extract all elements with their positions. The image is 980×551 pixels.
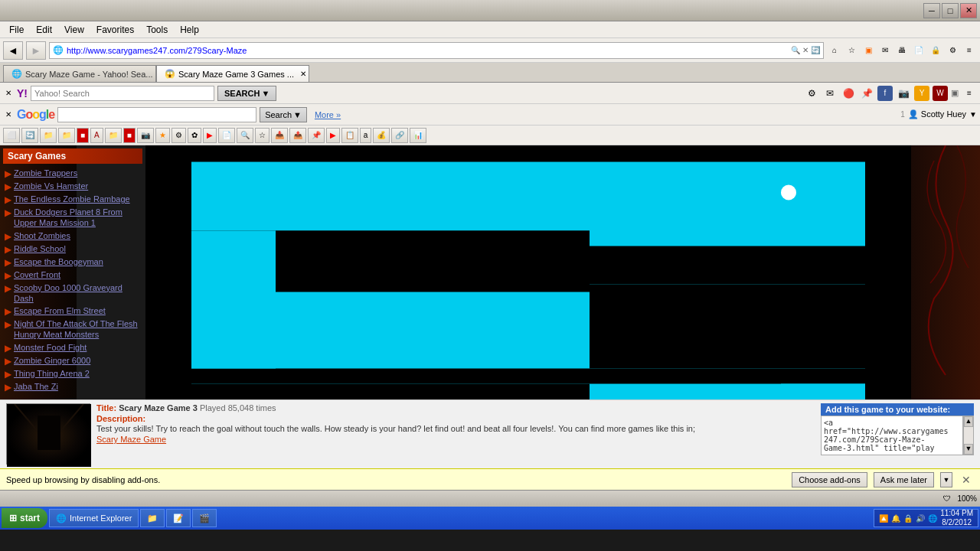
sidebar-link[interactable]: Duck Dodgers Planet 8 From Upper Mars Mi… xyxy=(14,207,141,229)
sidebar-item[interactable]: ▶ Night Of The Attack Of The Flesh Hungr… xyxy=(3,318,142,341)
sidebar-item[interactable]: ▶ Zombie Trappers xyxy=(3,167,142,180)
sidebar-link[interactable]: Zombie Vs Hamster xyxy=(14,181,88,191)
bookmark-21[interactable]: 📋 xyxy=(341,128,358,143)
tab-close-2[interactable]: ✕ xyxy=(300,70,306,78)
website-code-text[interactable]: <ahref="http://www.scarygames247.com/279… xyxy=(821,416,963,455)
sidebar-item[interactable]: ▶ Shoot Zombies xyxy=(3,230,142,243)
minimize-button[interactable]: ─ xyxy=(923,3,940,18)
settings-icon[interactable]: ≡ xyxy=(962,43,977,58)
yahoo-search-input[interactable] xyxy=(31,86,214,101)
google-user-dropdown-icon[interactable]: ▼ xyxy=(969,110,977,119)
game-link[interactable]: Scary Maze Game xyxy=(96,435,166,444)
sidebar-link[interactable]: Jaba The Zi xyxy=(14,381,58,392)
taskbar-btn-explorer[interactable]: 📁 xyxy=(140,509,165,527)
taskbar-btn-media[interactable]: 🎬 xyxy=(192,509,217,527)
mail-icon[interactable]: ✉ xyxy=(877,43,893,58)
sidebar-link[interactable]: Monster Food Fight xyxy=(14,342,87,353)
bookmark-12[interactable]: ✿ xyxy=(188,128,201,143)
menu-edit[interactable]: Edit xyxy=(30,23,58,37)
yahoo-toolbar-icon-4[interactable]: 📌 xyxy=(859,86,874,101)
sidebar-item[interactable]: ▶ Zombie Vs Hamster xyxy=(3,180,142,193)
start-button[interactable]: ⊞ start xyxy=(2,508,47,528)
menu-file[interactable]: File xyxy=(3,23,30,37)
choose-addons-button[interactable]: Choose add-ons xyxy=(792,472,867,487)
menu-view[interactable]: View xyxy=(58,23,90,37)
bookmark-22[interactable]: a xyxy=(360,128,372,143)
bookmark-4[interactable]: 📁 xyxy=(58,128,75,143)
page-icon[interactable]: 📄 xyxy=(911,43,926,58)
taskbar-btn-3[interactable]: 📝 xyxy=(166,509,191,527)
sidebar-item[interactable]: ▶ The Endless Zombie Rambage xyxy=(3,193,142,206)
bookmark-13[interactable]: ▶ xyxy=(203,128,217,143)
sidebar-item[interactable]: ▶ Jaba The Zi xyxy=(3,380,142,393)
sidebar-item[interactable]: ▶ Monster Food Fight xyxy=(3,341,142,354)
bookmark-11[interactable]: ⚙ xyxy=(172,128,186,143)
sidebar-item[interactable]: ▶ Scooby Doo 1000 Graveyard Dash xyxy=(3,282,142,305)
rss-icon[interactable]: ▣ xyxy=(861,43,876,58)
google-search-button[interactable]: Search ▼ xyxy=(260,107,307,122)
google-more-button[interactable]: More » xyxy=(310,107,345,122)
tab-2[interactable]: 😱 Scary Maze Game 3 Games ... ✕ xyxy=(156,65,309,82)
website-scrollbar[interactable]: ▲ ▼ xyxy=(963,416,974,455)
sidebar-link[interactable]: Thing Thing Arena 2 xyxy=(14,368,90,379)
yahoo-toolbar-icon-7[interactable]: W xyxy=(933,86,948,101)
sidebar-link[interactable]: Escape the Boogeyman xyxy=(14,256,103,267)
bookmark-16[interactable]: ☆ xyxy=(255,128,270,143)
print-icon[interactable]: 🖶 xyxy=(894,43,910,58)
bookmark-24[interactable]: 🔗 xyxy=(391,128,408,143)
bookmark-2[interactable]: 🔄 xyxy=(21,128,38,143)
maze-container[interactable]: Level 2 xyxy=(145,145,911,399)
tools-icon[interactable]: ⚙ xyxy=(945,43,960,58)
yahoo-search-button[interactable]: SEARCH ▼ xyxy=(217,86,276,101)
taskbar-btn-ie[interactable]: 🌐 Internet Explorer xyxy=(49,509,139,527)
forward-button[interactable]: ► xyxy=(26,41,46,60)
notification-dropdown-icon[interactable]: ▼ xyxy=(940,472,952,487)
sidebar-link[interactable]: Night Of The Attack Of The Flesh Hungry … xyxy=(14,318,141,341)
google-toolbar-close[interactable]: ✕ xyxy=(3,109,14,120)
bookmark-5[interactable]: ■ xyxy=(77,128,89,143)
menu-favorites[interactable]: Favorites xyxy=(90,23,140,37)
tab-1[interactable]: 🌐 Scary Maze Game - Yahoo! Sea... ✕ xyxy=(3,65,156,82)
yahoo-toolbar-icon-fb[interactable]: f xyxy=(877,86,893,101)
sidebar-item[interactable]: ▶ Riddle School xyxy=(3,243,142,256)
sidebar-link[interactable]: Escape From Elm Street xyxy=(14,305,106,316)
bookmark-23[interactable]: 💰 xyxy=(373,128,390,143)
bookmark-6[interactable]: A xyxy=(90,128,103,143)
menu-help[interactable]: Help xyxy=(174,23,205,37)
sidebar-link[interactable]: Zombie Trappers xyxy=(14,168,77,178)
menu-tools[interactable]: Tools xyxy=(140,23,174,37)
bookmark-3[interactable]: 📁 xyxy=(40,128,57,143)
sidebar-item[interactable]: ▶ Duck Dodgers Planet 8 From Upper Mars … xyxy=(3,206,142,230)
bookmark-14[interactable]: 📄 xyxy=(218,128,235,143)
bookmark-8[interactable]: ■ xyxy=(123,128,136,143)
bookmark-25[interactable]: 📊 xyxy=(410,128,426,143)
sidebar-link[interactable]: Shoot Zombies xyxy=(14,230,70,241)
sidebar-link[interactable]: Scooby Doo 1000 Graveyard Dash xyxy=(14,282,141,305)
bookmark-7[interactable]: 📁 xyxy=(105,128,122,143)
yahoo-toolbar-icon-5[interactable]: 📷 xyxy=(896,86,911,101)
bookmark-19[interactable]: 📌 xyxy=(308,128,325,143)
maximize-button[interactable]: □ xyxy=(942,3,959,18)
sidebar-link[interactable]: Zombie Ginger 6000 xyxy=(14,355,90,366)
bookmark-18[interactable]: 📤 xyxy=(289,128,306,143)
yahoo-toolbar-icon-1[interactable]: ⚙ xyxy=(804,86,819,101)
sidebar-item[interactable]: ▶ Escape the Boogeyman xyxy=(3,256,142,269)
bookmark-1[interactable]: ⬜ xyxy=(3,128,20,143)
back-button[interactable]: ◄ xyxy=(3,41,23,60)
notification-close-icon[interactable]: ✕ xyxy=(959,472,974,487)
star-icon[interactable]: ☆ xyxy=(844,43,859,58)
address-bar[interactable]: 🌐 http://www.scarygames247.com/279Scary-… xyxy=(49,42,824,59)
bookmark-20[interactable]: ▶ xyxy=(326,128,340,143)
close-button[interactable]: ✕ xyxy=(960,3,977,18)
bookmark-10[interactable]: ★ xyxy=(155,128,170,143)
bookmark-17[interactable]: 📥 xyxy=(271,128,288,143)
safety-icon[interactable]: 🔒 xyxy=(928,43,943,58)
yahoo-settings-icon[interactable]: ≡ xyxy=(962,86,977,101)
bookmark-9[interactable]: 📷 xyxy=(137,128,154,143)
yahoo-toolbar-icon-2[interactable]: ✉ xyxy=(822,86,838,101)
sidebar-link[interactable]: Covert Front xyxy=(14,269,60,280)
yahoo-toolbar-close[interactable]: ✕ xyxy=(3,88,14,99)
sidebar-link[interactable]: Riddle School xyxy=(14,243,66,254)
home-icon[interactable]: ⌂ xyxy=(827,43,842,58)
sidebar-item[interactable]: ▶ Thing Thing Arena 2 xyxy=(3,367,142,380)
